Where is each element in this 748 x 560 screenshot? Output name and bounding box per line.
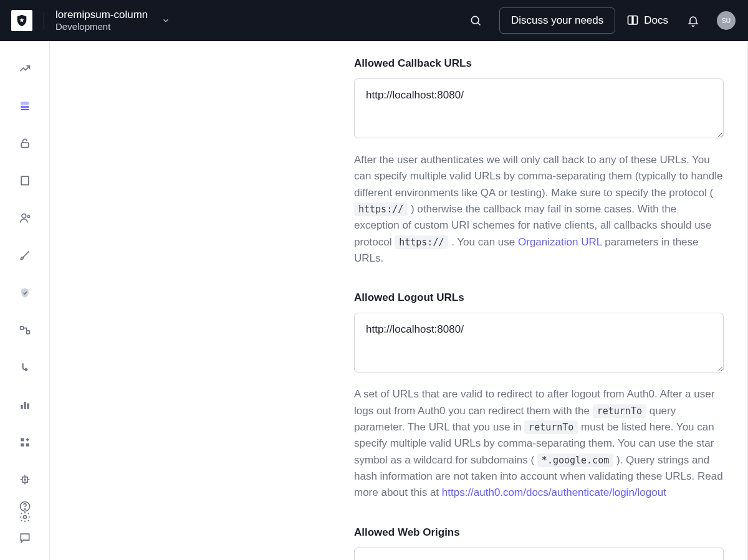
svg-rect-3 [21, 106, 29, 108]
docs-link[interactable]: Docs [626, 14, 668, 27]
allowed-callback-urls-input[interactable] [354, 78, 724, 138]
search-button[interactable] [463, 8, 488, 33]
tenant-name: loremipsum-column [55, 8, 148, 21]
logout-docs-link[interactable]: https://auth0.com/docs/authenticate/logi… [442, 486, 666, 498]
svg-rect-16 [26, 331, 29, 334]
allowed-logout-urls-input[interactable] [354, 313, 724, 373]
tenant-env: Development [55, 21, 148, 33]
divider [44, 12, 44, 29]
rail-authentication[interactable] [12, 131, 37, 156]
chevron-down-icon [161, 16, 170, 25]
main-content: Allowed Callback URLs After the user aut… [50, 41, 748, 560]
tenant-selector[interactable]: loremipsum-column Development [55, 8, 148, 33]
svg-rect-5 [21, 143, 29, 148]
side-rail [0, 41, 50, 560]
field-allowed-web-origins: Allowed Web Origins [354, 526, 724, 560]
field-label: Allowed Web Origins [354, 526, 724, 539]
search-icon [469, 14, 482, 27]
svg-rect-17 [21, 405, 22, 409]
help-icon [19, 500, 31, 513]
grid-plus-icon [19, 436, 31, 448]
svg-rect-19 [27, 404, 29, 409]
notifications-button[interactable] [681, 8, 706, 33]
svg-rect-4 [21, 109, 29, 110]
arrow-down-icon [19, 361, 31, 374]
field-allowed-callback-urls: Allowed Callback URLs After the user aut… [354, 57, 724, 267]
docs-label: Docs [644, 14, 668, 27]
rail-branding[interactable] [12, 243, 37, 268]
discuss-needs-button[interactable]: Discuss your needs [499, 7, 615, 34]
flow-icon [19, 324, 31, 336]
svg-rect-2 [21, 102, 29, 105]
svg-line-1 [478, 23, 481, 26]
rail-pipelines[interactable] [12, 355, 37, 380]
chat-icon [19, 531, 31, 544]
book-icon [626, 14, 639, 27]
svg-point-13 [22, 214, 26, 218]
svg-point-14 [27, 216, 29, 217]
organization-url-link[interactable]: Organization URL [518, 236, 602, 248]
tenant-caret[interactable] [161, 16, 170, 25]
code-snippet: *.google.com [537, 453, 613, 467]
svg-rect-21 [21, 444, 24, 447]
rail-security[interactable] [12, 280, 37, 305]
avatar[interactable]: SU [717, 11, 736, 30]
shield-star-icon [15, 14, 29, 27]
brand-logo[interactable] [11, 10, 32, 31]
rail-organizations[interactable] [12, 168, 37, 193]
svg-rect-6 [21, 176, 29, 184]
brush-icon [19, 249, 31, 262]
bell-icon [687, 14, 699, 27]
rail-activity[interactable] [12, 56, 37, 81]
field-label: Allowed Logout URLs [354, 292, 724, 304]
rail-applications[interactable] [12, 93, 37, 118]
rail-marketplace[interactable] [12, 430, 37, 455]
code-snippet: https:// [354, 202, 408, 216]
svg-rect-20 [21, 438, 24, 441]
field-label: Allowed Callback URLs [354, 57, 724, 70]
rail-user-management[interactable] [12, 206, 37, 230]
svg-point-0 [471, 16, 479, 24]
svg-rect-18 [24, 402, 26, 409]
svg-rect-22 [26, 444, 29, 447]
lock-open-icon [19, 137, 31, 149]
svg-rect-24 [24, 478, 26, 480]
rail-actions[interactable] [12, 318, 37, 343]
rail-help[interactable] [12, 494, 37, 519]
field-help: After the user authenticates we will onl… [354, 152, 724, 267]
chip-icon [19, 473, 31, 486]
field-help: A set of URLs that are valid to redirect… [354, 386, 724, 501]
applications-icon [19, 100, 31, 112]
rail-extensions[interactable] [12, 467, 37, 492]
activity-icon [19, 62, 31, 75]
svg-rect-15 [20, 326, 23, 330]
svg-point-31 [24, 509, 25, 510]
top-bar: loremipsum-column Development Discuss yo… [0, 0, 748, 41]
code-snippet: returnTo [524, 420, 578, 434]
field-allowed-logout-urls: Allowed Logout URLs A set of URLs that a… [354, 292, 724, 501]
rail-monitoring[interactable] [12, 392, 37, 417]
code-snippet: https:// [395, 235, 448, 249]
allowed-web-origins-input[interactable] [354, 548, 724, 560]
building-icon [19, 174, 31, 187]
shield-check-icon [19, 287, 31, 299]
bar-chart-icon [19, 399, 31, 411]
rail-feedback[interactable] [12, 525, 37, 550]
code-snippet: returnTo [593, 404, 646, 418]
user-cog-icon [19, 212, 31, 224]
